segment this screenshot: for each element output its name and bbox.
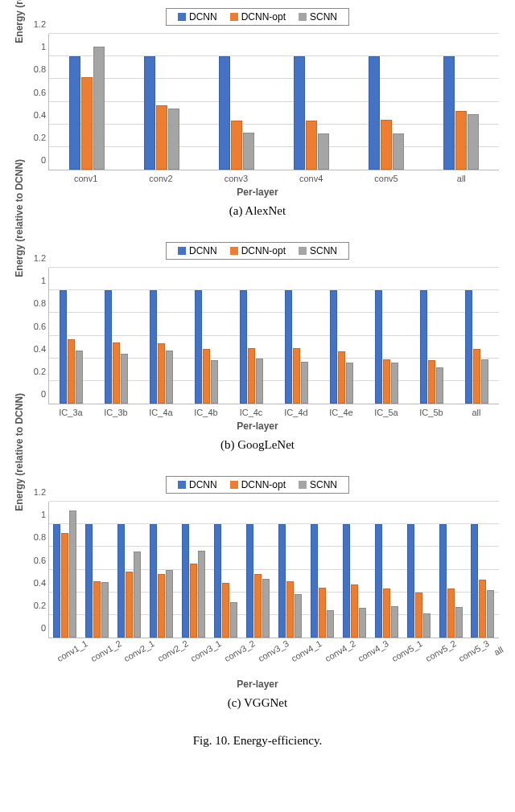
bar-group-IC_4b [184, 268, 229, 404]
bar-dcnn_opt [190, 564, 197, 638]
bar-scnn [121, 354, 128, 404]
bar-group-conv4_1 [274, 502, 306, 638]
y-axis-title: Energy (relative to DCNN) [14, 0, 25, 43]
legend-label-dcnn: DCNN [189, 479, 217, 490]
legend-item-scnn: SCNN [299, 479, 337, 490]
bar-scnn [301, 362, 308, 404]
bar-scnn [391, 363, 398, 404]
figure-container: DCNNDCNN-optSCNN00.20.40.60.811.2Energy … [8, 8, 507, 748]
bar-dcnn [219, 56, 230, 170]
chart-alexnet: DCNNDCNN-optSCNN00.20.40.60.811.2Energy … [8, 8, 507, 218]
bar-dcnn_opt [383, 588, 390, 638]
bar-scnn [168, 109, 179, 170]
bar-group-all [467, 502, 499, 638]
bar-dcnn_opt [455, 111, 467, 170]
bar-scnn [211, 360, 218, 404]
bar-dcnn_opt [81, 77, 93, 170]
bar-scnn [93, 47, 105, 170]
bar-dcnn_opt [415, 593, 422, 638]
x-labels: IC_3aIC_3bIC_4aIC_4bIC_4cIC_4dIC_4eIC_5a… [48, 404, 499, 417]
bar-dcnn_opt [254, 574, 262, 638]
bar-group-conv1_2 [81, 502, 113, 638]
bar-dcnn [240, 290, 247, 404]
y-axis-title: Energy (relative to DCNN) [14, 392, 25, 511]
bar-dcnn [150, 290, 157, 404]
bar-dcnn_opt [319, 588, 326, 638]
bar-dcnn_opt [351, 584, 358, 638]
legend-swatch-dcnn_opt [230, 247, 238, 255]
bar-scnn [455, 607, 463, 638]
bar-dcnn [330, 290, 337, 404]
bar-dcnn [60, 290, 67, 404]
bar-group-IC_5a [364, 268, 409, 404]
x-tick-label: IC_4a [138, 404, 183, 417]
bar-group-conv2 [124, 34, 199, 170]
bar-dcnn [85, 524, 93, 638]
bar-group-conv3 [199, 34, 274, 170]
subcaption-a: (a) AlexNet [8, 204, 507, 218]
bar-dcnn_opt [222, 583, 229, 638]
bar-scnn [423, 613, 431, 638]
bar-scnn [359, 608, 366, 638]
x-tick-label: all [424, 170, 499, 183]
bar-scnn [468, 114, 479, 170]
bar-group-IC_4d [274, 268, 319, 404]
bar-scnn [487, 590, 494, 638]
bar-dcnn [195, 290, 202, 404]
legend-swatch-dcnn_opt [230, 481, 238, 489]
x-tick-label: all [454, 404, 499, 417]
bar-group-conv3_1 [178, 502, 210, 638]
bar-scnn [346, 363, 353, 404]
bar-dcnn [407, 524, 414, 638]
legend-item-dcnn_opt: DCNN-opt [230, 479, 286, 490]
legend-swatch-dcnn [178, 247, 186, 255]
legend-label-dcnn_opt: DCNN-opt [241, 11, 286, 23]
y-tick-label: 1 [25, 276, 46, 285]
y-tick-label: 0.2 [25, 367, 46, 376]
x-axis-title: Per-layer [8, 187, 507, 198]
bar-group-conv1 [49, 34, 124, 170]
figure-caption: Fig. 10. Energy-efficiency. [8, 734, 507, 748]
legend-item-scnn: SCNN [299, 245, 337, 256]
subcaption-c: (c) VGGNet [8, 696, 507, 710]
bar-dcnn [117, 524, 125, 638]
bar-scnn [101, 582, 109, 638]
bar-dcnn [182, 524, 189, 638]
y-tick-label: 0.2 [25, 601, 46, 610]
bar-dcnn [375, 290, 382, 404]
bar-group-IC_3a [49, 268, 94, 404]
bar-group-conv5_3 [435, 502, 467, 638]
bar-dcnn_opt [156, 105, 167, 170]
x-tick-label: IC_3a [48, 404, 93, 417]
chart-googlenet: DCNNDCNN-optSCNN00.20.40.60.811.2Energy … [8, 242, 507, 452]
x-labels: conv1_1conv1_2conv2_1conv2_2conv3_1conv3… [48, 638, 499, 658]
bar-scnn [327, 610, 334, 638]
y-tick-label: 0.6 [25, 88, 46, 97]
legend-label-dcnn_opt: DCNN-opt [241, 479, 286, 490]
bar-dcnn_opt [203, 349, 210, 404]
bar-dcnn [214, 524, 221, 638]
bars-row [49, 502, 499, 638]
x-tick-label: conv3 [199, 170, 274, 183]
x-tick-label: IC_4c [229, 404, 274, 417]
bar-group-conv3_2 [210, 502, 242, 638]
bar-group-conv2_1 [113, 502, 146, 638]
bar-dcnn_opt [113, 342, 120, 404]
bar-group-conv2_2 [146, 502, 178, 638]
legend-swatch-scnn [299, 13, 307, 21]
bar-dcnn_opt [231, 121, 242, 170]
legend-swatch-dcnn_opt [230, 13, 238, 21]
bar-scnn [393, 133, 404, 170]
bar-scnn [198, 551, 205, 638]
bar-group-IC_5b [409, 268, 454, 404]
x-tick-label: conv1 [48, 170, 123, 183]
plot-area: 00.20.40.60.811.2Energy (relative to DCN… [48, 502, 499, 638]
legend-swatch-scnn [299, 247, 307, 255]
y-tick-label: 1.2 [25, 487, 46, 497]
y-tick-label: 0.4 [25, 344, 46, 354]
bar-scnn [230, 602, 237, 638]
bar-group-conv5_2 [402, 502, 435, 638]
legend-item-scnn: SCNN [299, 11, 337, 23]
bar-group-conv4_3 [338, 502, 370, 638]
y-tick-label: 1.2 [25, 19, 46, 29]
